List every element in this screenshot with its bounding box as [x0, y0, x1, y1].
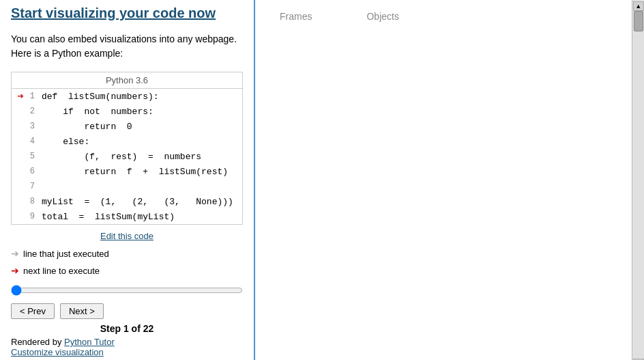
code-line: total = listSum(myList): [39, 209, 242, 224]
table-row: ➔1def listSum(numbers):: [12, 89, 242, 104]
row-arrow: [12, 134, 25, 149]
right-panel: Frames Objects: [255, 0, 632, 360]
next-button[interactable]: Next >: [60, 303, 104, 319]
edit-link-container: Edit this code: [11, 230, 243, 241]
row-arrow: [12, 164, 25, 179]
python-tutor-link[interactable]: Python Tutor: [64, 337, 115, 347]
line-number: 9: [25, 209, 39, 224]
code-line: return f + listSum(rest): [39, 164, 242, 179]
row-arrow: [12, 194, 25, 209]
line-number: 2: [25, 104, 39, 119]
step-info: Step 1 of 22: [11, 323, 243, 334]
embed-description: You can also embed visualizations into a…: [11, 32, 243, 61]
nav-buttons: < Prev Next >: [11, 303, 243, 319]
scrollbar[interactable]: ▲ ▼: [632, 0, 644, 360]
rendered-by: Rendered by Python Tutor: [11, 337, 243, 347]
code-line: if not numbers:: [39, 104, 242, 119]
line-number: 4: [25, 134, 39, 149]
code-line: return 0: [39, 119, 242, 134]
frames-objects-header: Frames Objects: [266, 5, 621, 27]
row-arrow: [12, 104, 25, 119]
red-arrow-icon: ➔: [11, 262, 19, 279]
code-line: (f, rest) = numbers: [39, 149, 242, 164]
gray-arrow-legend: ➔ line that just executed: [11, 245, 243, 262]
legend: ➔ line that just executed ➔ next line to…: [11, 245, 243, 279]
objects-label: Objects: [366, 11, 398, 22]
table-row: 3 return 0: [12, 119, 242, 134]
line-number: 5: [25, 149, 39, 164]
code-line: [39, 179, 242, 194]
customize-link-container: Customize visualization: [11, 347, 243, 357]
code-line: def listSum(numbers):: [39, 89, 242, 104]
line-number: 1: [25, 89, 39, 104]
code-visualizer: Python 3.6 ➔1def listSum(numbers):2 if n…: [11, 72, 243, 225]
table-row: 9total = listSum(myList): [12, 209, 242, 224]
row-arrow: ➔: [12, 89, 25, 104]
edit-code-link[interactable]: Edit this code: [100, 231, 153, 241]
line-number: 6: [25, 164, 39, 179]
prev-button[interactable]: < Prev: [11, 303, 55, 319]
page-title[interactable]: Start visualizing your code now: [11, 5, 216, 21]
table-row: 2 if not numbers:: [12, 104, 242, 119]
frames-label: Frames: [280, 11, 312, 22]
red-arrow-legend: ➔ next line to execute: [11, 262, 243, 279]
gray-arrow-label: line that just executed: [23, 246, 109, 262]
line-number: 3: [25, 119, 39, 134]
code-line: else:: [39, 134, 242, 149]
code-table: ➔1def listSum(numbers):2 if not numbers:…: [12, 89, 242, 224]
language-label: Python 3.6: [12, 72, 242, 89]
line-number: 7: [25, 179, 39, 194]
table-row: 6 return f + listSum(rest): [12, 164, 242, 179]
row-arrow: [12, 119, 25, 134]
step-slider[interactable]: [11, 285, 243, 296]
row-arrow: [12, 149, 25, 164]
table-row: 4 else:: [12, 134, 242, 149]
code-line: myList = (1, (2, (3, None))): [39, 194, 242, 209]
line-number: 8: [25, 194, 39, 209]
scrollbar-thumb[interactable]: [634, 11, 643, 31]
slider-container[interactable]: [11, 285, 243, 298]
gray-arrow-icon: ➔: [11, 245, 19, 262]
table-row: 7: [12, 179, 242, 194]
customize-visualization-link[interactable]: Customize visualization: [11, 347, 104, 357]
row-arrow: [12, 179, 25, 194]
row-arrow: [12, 209, 25, 224]
table-row: 8myList = (1, (2, (3, None))): [12, 194, 242, 209]
red-arrow-label: next line to execute: [23, 263, 100, 279]
scroll-up-button[interactable]: ▲: [633, 1, 644, 11]
table-row: 5 (f, rest) = numbers: [12, 149, 242, 164]
